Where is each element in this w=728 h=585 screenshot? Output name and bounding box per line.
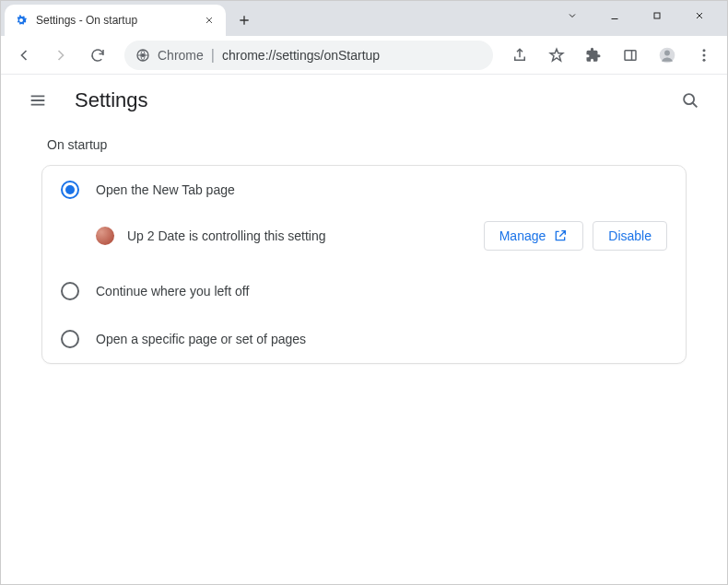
sidepanel-icon[interactable]: [615, 40, 646, 71]
svg-point-9: [684, 94, 694, 104]
back-button[interactable]: [8, 40, 40, 71]
close-tab-button[interactable]: [202, 13, 217, 28]
option-label: Open the New Tab page: [96, 182, 667, 197]
maximize-button[interactable]: [646, 5, 668, 27]
gear-icon: [14, 13, 29, 28]
external-link-icon: [553, 228, 568, 243]
chevron-down-icon[interactable]: [561, 5, 583, 27]
svg-rect-3: [625, 50, 636, 60]
radio-selected-icon: [61, 181, 79, 199]
manage-button[interactable]: Manage: [484, 221, 584, 251]
disable-button[interactable]: Disable: [593, 221, 667, 251]
startup-option-specific-pages[interactable]: Open a specific page or set of pages: [42, 315, 686, 363]
site-info-icon[interactable]: [135, 48, 150, 63]
on-startup-card: Open the New Tab page Up 2 Date is contr…: [41, 165, 687, 364]
svg-point-5: [664, 50, 670, 55]
svg-rect-0: [654, 13, 660, 18]
omnibox-separator: |: [211, 47, 215, 64]
titlebar: Settings - On startup: [1, 1, 727, 36]
manage-button-label: Manage: [499, 228, 546, 243]
reload-button[interactable]: [82, 40, 113, 71]
extension-icon: [96, 227, 114, 245]
share-icon[interactable]: [504, 40, 535, 71]
startup-option-new-tab[interactable]: Open the New Tab page: [42, 166, 686, 214]
tab-title: Settings - On startup: [36, 14, 194, 27]
svg-point-7: [703, 53, 706, 56]
minimize-button[interactable]: [604, 5, 626, 27]
settings-main: On startup Open the New Tab page Up 2 Da…: [1, 126, 727, 375]
kebab-menu-icon[interactable]: [688, 40, 720, 71]
settings-header: Settings: [1, 75, 727, 126]
option-label: Open a specific page or set of pages: [96, 332, 667, 346]
browser-toolbar: Chrome | chrome://settings/onStartup: [1, 36, 727, 75]
startup-option-continue[interactable]: Continue where you left off: [42, 267, 686, 315]
close-window-button[interactable]: [688, 5, 710, 27]
omnibox-chip: Chrome: [158, 48, 204, 63]
profile-icon[interactable]: [652, 40, 683, 71]
disable-button-label: Disable: [608, 228, 652, 243]
radio-unselected-icon: [61, 330, 79, 348]
svg-point-8: [703, 58, 706, 61]
forward-button[interactable]: [45, 40, 76, 71]
extensions-icon[interactable]: [578, 40, 609, 71]
browser-tab[interactable]: Settings - On startup: [5, 5, 226, 36]
option-label: Continue where you left off: [96, 284, 667, 298]
radio-unselected-icon: [61, 282, 79, 300]
extension-notice-text: Up 2 Date is controlling this setting: [127, 228, 471, 243]
omnibox-url: chrome://settings/onStartup: [222, 48, 380, 63]
section-title: On startup: [47, 137, 687, 152]
search-button[interactable]: [672, 82, 709, 119]
page-title: Settings: [75, 88, 148, 112]
window-controls: [561, 5, 727, 36]
address-bar[interactable]: Chrome | chrome://settings/onStartup: [124, 41, 493, 70]
extension-controlling-notice: Up 2 Date is controlling this setting Ma…: [42, 214, 686, 267]
new-tab-button[interactable]: [231, 7, 257, 33]
hamburger-menu-button[interactable]: [19, 82, 56, 119]
svg-point-6: [703, 49, 706, 52]
bookmark-icon[interactable]: [541, 40, 572, 71]
